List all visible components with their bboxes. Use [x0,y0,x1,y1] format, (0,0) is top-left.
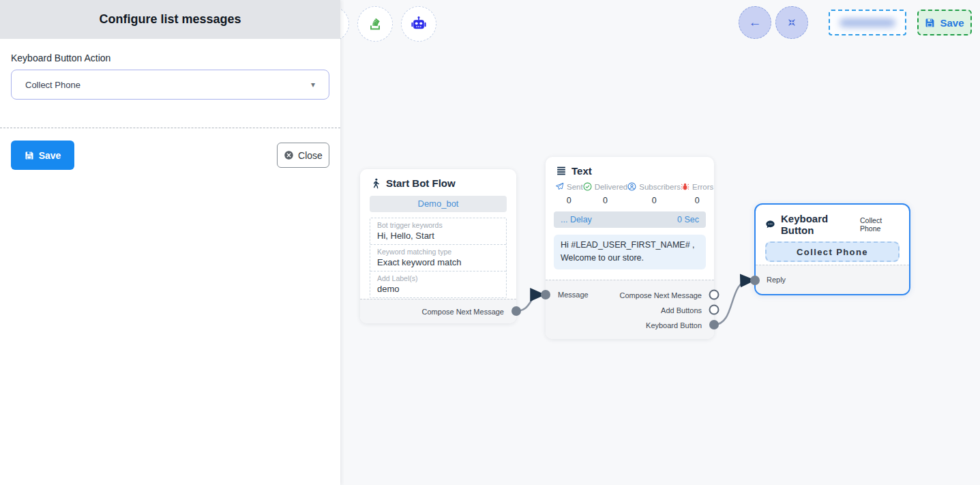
bug-icon [681,182,689,191]
port-keyboard-reply-input[interactable] [750,276,760,285]
back-button[interactable]: ← [739,6,771,39]
port-start-compose-next-message[interactable] [511,306,521,316]
delay-setting[interactable]: ... Delay 0 Sec [554,211,706,228]
walking-person-icon [371,178,381,189]
output-label-compose-next-message: Compose Next Message [422,308,504,316]
save-icon [25,151,34,160]
node-title: Text [571,165,592,177]
flow-save-button[interactable]: Save [917,10,972,35]
field-trigger-keywords[interactable]: Bot trigger keywords Hi, Hello, Start [370,218,506,244]
field-add-labels[interactable]: Add Label(s) demo [370,271,506,297]
check-circle-icon [583,182,592,191]
select-value: Collect Phone [25,80,80,90]
input-label-message: Message [558,291,589,299]
stat-value: 0 [681,196,713,205]
user-circle-icon [627,182,636,191]
field-label: Bot trigger keywords [377,221,499,230]
delay-value: 0 Sec [677,215,699,224]
node-title: Keyboard Button [781,213,855,236]
message-stats: Sent 0 Delivered 0 [546,178,714,205]
panel-title: Configure list messages [99,12,241,27]
close-circle-icon [284,150,294,160]
field-value: Hi, Hello, Start [377,230,499,242]
stat-value: 0 [555,196,583,205]
stat-sent: Sent 0 [555,182,583,205]
port-text-compose-next-message[interactable] [710,291,719,299]
port-text-keyboard-button[interactable] [709,320,719,329]
panel-save-button[interactable]: Save [11,141,74,170]
panel-close-button[interactable]: Close [277,143,329,168]
fit-view-button[interactable] [775,6,808,39]
stack-icon [367,16,383,32]
save-icon [925,18,935,28]
panel-save-label: Save [39,150,61,161]
output-label-keyboard-button: Keyboard Button [620,318,702,333]
stat-label: Subscribers [639,183,681,191]
keyboard-action-label: Collect Phone [860,216,900,233]
node-title: Start Bot Flow [386,177,456,189]
chevron-down-icon: ▾ [311,80,315,89]
input-label-reply: Reply [767,276,786,284]
stat-delivered: Delivered 0 [583,182,628,205]
port-text-message-input[interactable] [541,290,550,299]
list-icon [556,166,566,175]
divider [0,128,340,128]
stat-label: Errors [692,183,713,191]
collect-phone-button[interactable]: Collect Phone [765,241,900,262]
edge-text-to-keyboard[interactable] [714,280,749,325]
port-text-add-buttons[interactable] [710,306,719,314]
field-value: Exact keyword match [377,256,499,269]
stat-errors: Errors 0 [681,182,713,205]
bot-name-chip[interactable]: Demo_bot [370,196,507,212]
speech-bubble-icon [765,220,775,229]
stat-label: Delivered [595,183,628,191]
keyboard-action-field-label: Keyboard Button Action [11,53,329,63]
node-keyboard-button[interactable]: Keyboard Button Collect Phone Collect Ph… [754,203,910,295]
toolbar-button-bot[interactable] [401,6,436,42]
field-label: Add Label(s) [377,274,499,283]
field-label: Keyword matching type [377,248,499,256]
stat-value: 0 [583,196,628,205]
back-arrow-icon: ← [749,15,762,30]
panel-close-label: Close [298,150,323,161]
output-label-add-buttons: Add Buttons [620,303,702,318]
stat-subscribers: Subscribers 0 [627,182,681,205]
field-value: demo [377,283,499,295]
node-start-bot-flow[interactable]: Start Bot Flow Demo_bot Bot trigger keyw… [360,169,516,323]
blurred-label [840,18,895,27]
configure-panel: Configure list messages Keyboard Button … [0,0,340,485]
stat-label: Sent [567,183,583,191]
toolbar-button-stack[interactable] [357,6,393,42]
node-text[interactable]: Text Sent 0 [546,157,714,339]
stat-value: 0 [627,196,681,205]
redacted-button[interactable] [829,10,906,35]
panel-header: Configure list messages [0,0,340,39]
keyboard-action-select[interactable]: Collect Phone ▾ [11,70,329,100]
start-fields: Bot trigger keywords Hi, Hello, Start Ke… [370,218,507,298]
field-matching-type[interactable]: Keyword matching type Exact keyword matc… [370,244,506,271]
robot-icon [410,15,428,33]
paper-plane-icon [555,182,564,191]
compress-icon [786,17,797,28]
output-label-compose-next-message: Compose Next Message [620,288,702,303]
flow-save-label: Save [940,17,964,29]
delay-label: ... Delay [561,215,592,224]
message-preview[interactable]: Hi #LEAD_USER_FIRST_NAME# , Welcome to o… [554,235,706,269]
